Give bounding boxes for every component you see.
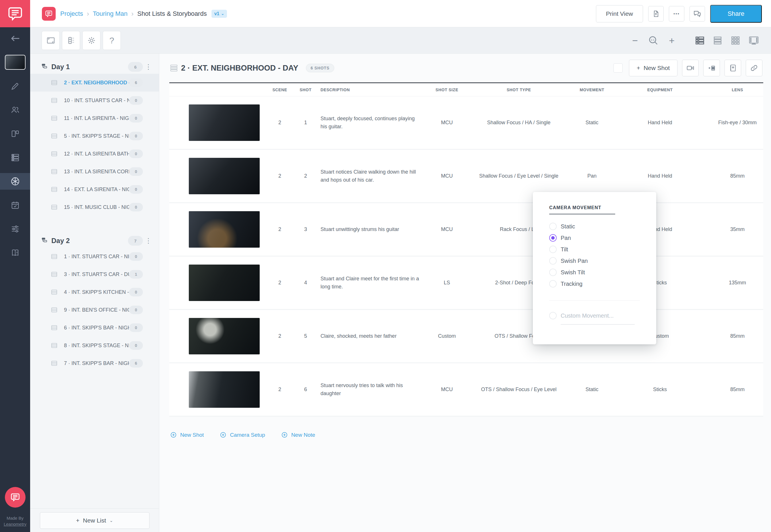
cell-shot-size[interactable]: MCU [432, 387, 462, 393]
shot-thumbnail[interactable] [189, 158, 260, 194]
comments-button[interactable] [690, 6, 705, 22]
scene-list-item[interactable]: 7 · INT. SKIPP'S BAR - NIGHT 6 [30, 354, 159, 372]
shot-thumbnail[interactable] [189, 371, 260, 408]
columns-setup-button[interactable] [62, 31, 80, 50]
cell-description[interactable]: Claire, shocked, meets her father [317, 332, 432, 340]
scene-list-item[interactable]: 2 · EXT. NEIGHBORHOOD - D... 6 [30, 74, 159, 92]
new-note-link[interactable]: New Note [281, 432, 315, 438]
camera-setup-button[interactable] [682, 60, 699, 76]
scene-list-item[interactable]: 13 · INT. LA SIRENITA CORRID... 0 [30, 163, 159, 180]
leanometry-link[interactable]: Leanometry [4, 521, 26, 527]
aspect-frame-button[interactable] [42, 31, 60, 50]
cell-equipment[interactable]: Sticks [608, 387, 712, 393]
zoom-reset-button[interactable]: 1:1 [648, 35, 659, 46]
project-thumbnail[interactable] [0, 54, 30, 71]
cell-shot[interactable]: 3 [294, 226, 317, 232]
cell-shot[interactable]: 2 [294, 173, 317, 179]
notebook-button[interactable] [725, 60, 741, 76]
cell-lens[interactable]: 85mm [712, 173, 763, 179]
cell-shot[interactable]: 5 [294, 333, 317, 339]
scene-list-item[interactable]: 5 · INT. SKIPP'S STAGE - NIGHT 0 [30, 127, 159, 145]
back-button[interactable] [0, 30, 30, 47]
cell-description[interactable]: Stuart unwittingly strums his guitar [317, 226, 432, 234]
scene-list-item[interactable]: 9 · INT. BEN'S OFFICE - NIGHT 0 [30, 301, 159, 319]
movement-option-static[interactable]: Static [533, 221, 656, 232]
scene-list-item[interactable]: 3 · INT. STUART'S CAR - DUSK 1 [30, 265, 159, 283]
cell-scene[interactable]: 2 [265, 333, 294, 339]
table-row[interactable]: 2 2 Stuart notices Claire walking down t… [169, 150, 763, 203]
radio-icon[interactable] [549, 280, 557, 288]
cell-scene[interactable]: 2 [265, 120, 294, 126]
nav-reports[interactable] [0, 244, 30, 261]
nav-contacts[interactable] [0, 102, 30, 118]
shot-thumbnail[interactable] [189, 104, 260, 141]
scene-list-item[interactable]: 14 · EXT. LA SIRENITA - NIGHT 0 [30, 180, 159, 198]
cell-equipment[interactable]: Hand Held [608, 120, 712, 126]
nav-stripboard[interactable] [0, 149, 30, 166]
cell-shot-type[interactable]: Shallow Focus / Eye Level / Single [462, 173, 576, 179]
view-list-detail-button[interactable] [695, 35, 705, 46]
nav-script-edit[interactable] [0, 78, 30, 94]
movement-option-tracking[interactable]: Tracking [533, 278, 656, 290]
select-all-checkbox[interactable] [613, 63, 623, 73]
day-menu-button[interactable]: ⋮ [144, 237, 153, 245]
cell-description[interactable]: Stuart, deeply focused, continues playin… [317, 115, 432, 131]
cell-equipment[interactable]: Hand Held [608, 173, 712, 179]
table-row[interactable]: 2 5 Claire, shocked, meets her father Cu… [169, 310, 763, 363]
radio-icon[interactable] [549, 312, 557, 319]
day-2-header[interactable]: Day 2 7 ⋮ [30, 234, 159, 248]
shot-thumbnail[interactable] [189, 318, 260, 354]
zoom-out-button[interactable]: − [632, 36, 638, 45]
scene-list-item[interactable]: 10 · INT. STUART'S CAR - NIGHT 0 [30, 92, 159, 109]
cell-scene[interactable]: 2 [265, 387, 294, 393]
settings-button[interactable] [82, 31, 100, 50]
cell-lens[interactable]: 85mm [712, 387, 763, 393]
custom-movement-input[interactable]: Custom Movement... [561, 312, 614, 319]
cell-description[interactable]: Stuart and Claire meet for the first tim… [317, 275, 432, 291]
cell-description[interactable]: Stuart notices Claire walking down the h… [317, 168, 432, 184]
movement-option-pan[interactable]: Pan [533, 232, 656, 244]
cell-shot-type[interactable]: OTS / Shallow Focus / Eye Level [462, 387, 576, 393]
radio-selected-icon[interactable] [549, 234, 557, 242]
cell-shot[interactable]: 4 [294, 280, 317, 286]
more-options-button[interactable]: ••• [669, 6, 684, 22]
movement-option-swish-tilt[interactable]: Swish Tilt [533, 267, 656, 278]
shot-thumbnail[interactable] [189, 265, 260, 301]
cell-shot[interactable]: 1 [294, 120, 317, 126]
cell-lens[interactable]: Fish-eye / 30mm [712, 120, 763, 126]
cell-scene[interactable]: 2 [265, 280, 294, 286]
scene-list-item[interactable]: 4 · INT. SKIPP'S KITCHEN - NIG... 0 [30, 283, 159, 301]
leanometry-logo[interactable] [5, 487, 26, 508]
movement-option-swish-pan[interactable]: Swish Pan [533, 255, 656, 267]
zoom-in-button[interactable]: + [669, 36, 675, 45]
day-1-header[interactable]: Day 1 6 ⋮ [30, 60, 159, 74]
movement-option-custom[interactable]: Custom Movement... [533, 310, 656, 321]
cell-shot-size[interactable]: LS [432, 280, 462, 286]
nav-calendar[interactable] [0, 197, 30, 213]
breadcrumb-projects-link[interactable]: Projects [60, 10, 83, 18]
help-button[interactable]: ? [103, 31, 121, 50]
day-menu-button[interactable]: ⋮ [144, 63, 153, 71]
table-row[interactable]: 2 4 Stuart and Claire meet for the first… [169, 257, 763, 310]
camera-setup-link[interactable]: Camera Setup [220, 432, 265, 438]
nav-shot-lists[interactable] [0, 173, 30, 190]
cell-shot-size[interactable]: Custom [432, 333, 462, 339]
view-rows-button[interactable] [712, 35, 723, 46]
cell-scene[interactable]: 2 [265, 226, 294, 232]
scene-list-item[interactable]: 11 · INT. LA SIRENITA - NIGHT 0 [30, 109, 159, 127]
new-list-button[interactable]: + New List ⌄ [40, 512, 149, 529]
movement-option-tilt[interactable]: Tilt [533, 244, 656, 255]
cell-shot-size[interactable]: MCU [432, 173, 462, 179]
table-row[interactable]: 2 6 Stuart nervously tries to talk with … [169, 363, 763, 417]
cell-scene[interactable]: 2 [265, 173, 294, 179]
view-grid-button[interactable] [730, 35, 741, 46]
new-shot-button[interactable]: + New Shot [629, 60, 677, 76]
cell-lens[interactable]: 85mm [712, 333, 763, 339]
scene-list-item[interactable]: 1 · INT. STUART'S CAR - NIGHT 0 [30, 248, 159, 265]
cell-description[interactable]: Stuart nervously tries to talk with his … [317, 382, 432, 398]
scene-list-item[interactable]: 6 · INT. SKIPP'S BAR - NIGHT 0 [30, 319, 159, 337]
scene-list-item[interactable]: 15 · INT. MUSIC CLUB - NIGHT 0 [30, 198, 159, 216]
table-row[interactable]: 2 3 Stuart unwittingly strums his guitar… [169, 203, 763, 257]
export-file-button[interactable] [648, 6, 664, 22]
app-logo[interactable] [0, 0, 30, 27]
